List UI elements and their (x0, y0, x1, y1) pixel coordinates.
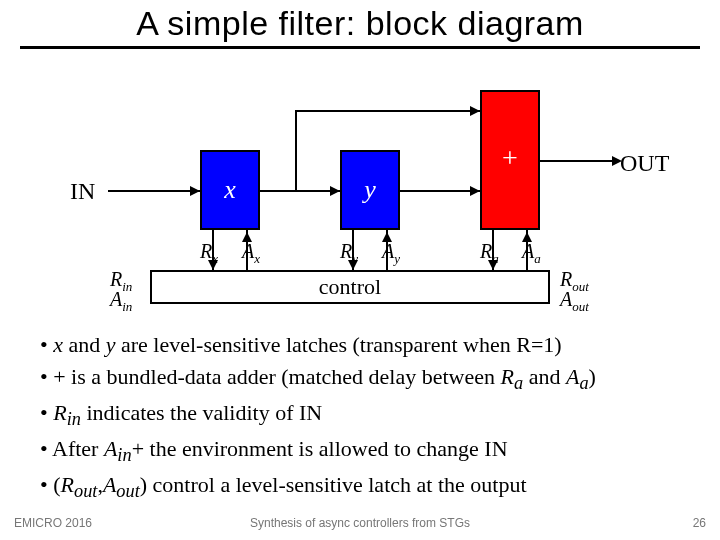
sig-aout: Aout (560, 288, 589, 315)
title-underline (20, 46, 700, 49)
bullet-5: • (Rout,Aout) control a level-sensitive … (40, 470, 680, 504)
bullet-2: • + is a bundled-data adder (matched del… (40, 362, 680, 396)
sig-ra: Ra (480, 240, 499, 267)
sig-ry: Ry (340, 240, 358, 267)
arrow-into-adder-top (470, 106, 480, 116)
latch-x-label: x (202, 175, 258, 205)
wire-feedback-over (295, 110, 480, 112)
label-out: OUT (620, 150, 669, 177)
wire-adder-out (540, 160, 620, 162)
slide-title: A simple filter: block diagram (0, 4, 720, 43)
latch-y-label: y (342, 175, 398, 205)
control-block: control (150, 270, 550, 304)
sig-rx: Rx (200, 240, 218, 267)
footer-center: Synthesis of async controllers from STGs (0, 516, 720, 530)
latch-y: y (340, 150, 400, 230)
wire-in-x (108, 190, 200, 192)
wire-x-y (260, 190, 340, 192)
arrow-into-adder-bottom (470, 186, 480, 196)
bullet-4: • After Ain+ the environment is allowed … (40, 434, 680, 468)
arrow-into-x (190, 186, 200, 196)
sig-aa: Aa (522, 240, 541, 267)
label-in: IN (70, 178, 95, 205)
footer-page: 26 (693, 516, 706, 530)
wire-y-adder (400, 190, 480, 192)
block-diagram: x y + control IN OUT Rin Ain Rx Ax Ry A (0, 70, 720, 310)
adder-label: + (482, 142, 538, 174)
wire-feedback-up (295, 110, 297, 192)
bullet-list: • x and y are level-sensitive latches (t… (40, 330, 680, 506)
sig-ay: Ay (382, 240, 400, 267)
sig-ax: Ax (242, 240, 260, 267)
slide: A simple filter: block diagram x y + con… (0, 0, 720, 540)
arrow-into-y (330, 186, 340, 196)
control-label: control (319, 274, 381, 299)
sig-ain: Ain (110, 288, 132, 315)
bullet-1: • x and y are level-sensitive latches (t… (40, 330, 680, 360)
latch-x: x (200, 150, 260, 230)
adder-block: + (480, 90, 540, 230)
bullet-3: • Rin indicates the validity of IN (40, 398, 680, 432)
